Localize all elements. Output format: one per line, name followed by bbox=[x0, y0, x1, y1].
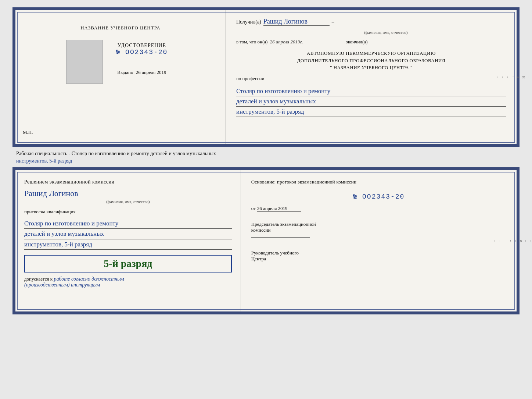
top-right-panel: Получил(а) Рашид Логинов – (фамилия, имя… bbox=[226, 10, 517, 144]
profession-line3-top: инструментов, 5-й разряд bbox=[236, 107, 506, 117]
dopuskaetsya-line: допускается к работе согласно должностны… bbox=[24, 276, 232, 288]
resheniem-text: Решением экзаменационной комиссии bbox=[24, 179, 232, 185]
predsedatel-signature bbox=[251, 237, 310, 238]
rukovoditel-block: Руководитель учебного Центра bbox=[251, 250, 506, 268]
bottom-name-block: Рашид Логинов (фамилия, имя, отчество) bbox=[24, 189, 232, 204]
middle-text1: Рабочая специальность - Столяр по изгото… bbox=[16, 151, 216, 156]
profession-line2-top: деталей и узлов музыкальных bbox=[236, 96, 506, 107]
ot-dash: – bbox=[306, 206, 308, 211]
udostoverenie-title: УДОСТОВЕРЕНИЕ bbox=[109, 43, 175, 49]
bottom-document: Решением экзаменационной комиссии Рашид … bbox=[12, 167, 520, 314]
prisvoena-text: присвоена квалификация bbox=[24, 209, 232, 215]
dopuskaetsya-prefix: допускается к bbox=[24, 276, 53, 282]
dopuskaetsya-italic2: (производственным) инструкциям bbox=[24, 282, 100, 288]
side-stripe-top: – И а ← – – – bbox=[510, 10, 517, 144]
middle-text2: инструментов, 5-й разряд bbox=[16, 158, 72, 164]
recipient-name: Рашид Логинов bbox=[263, 18, 308, 25]
udostoverenie-block: УДОСТОВЕРЕНИЕ № OO2343-20 Выдано 26 апре… bbox=[109, 43, 175, 75]
avtonom-line2: ДОПОЛНИТЕЛЬНОГО ПРОФЕССИОНАЛЬНОГО ОБРАЗО… bbox=[236, 57, 506, 64]
avtonom-block: АВТОНОМНУЮ НЕКОММЕРЧЕСКУЮ ОРГАНИЗАЦИЮ ДО… bbox=[236, 50, 506, 71]
bottom-left-panel: Решением экзаменационной комиссии Рашид … bbox=[15, 170, 241, 311]
dopuskaetsya-italic1: работе согласно должностным bbox=[54, 276, 124, 282]
predsedatel-line1: Председатель экзаменационной bbox=[251, 221, 506, 227]
bottom-name: Рашид Логинов bbox=[24, 189, 78, 198]
osnovanie-text: Основание: протокол экзаменационной коми… bbox=[251, 179, 506, 185]
vydano-date: 26 апреля 2019 bbox=[136, 70, 166, 75]
center-name-top: НАЗВАНИЕ УЧЕБНОГО ЦЕНТРА bbox=[80, 25, 160, 31]
ot-prefix: от bbox=[251, 206, 256, 211]
profession-block-bottom: Столяр по изготовлению и ремонту деталей… bbox=[24, 218, 232, 250]
middle-label: Рабочая специальность - Столяр по изгото… bbox=[12, 147, 520, 167]
predsedatel-line2: комиссии bbox=[251, 227, 506, 233]
protocol-num: № OO2343-20 bbox=[251, 193, 506, 200]
vtom-prefix: в том, что он(а) bbox=[236, 39, 268, 45]
bottom-name-subtitle: (фамилия, имя, отчество) bbox=[24, 199, 232, 204]
ot-date: 26 апреля 2019 bbox=[257, 206, 288, 211]
po-professii-label: по профессии bbox=[236, 76, 506, 82]
okончил-label: окончил(а) bbox=[345, 39, 367, 45]
ot-line: от 26 апреля 2019 – bbox=[251, 206, 506, 212]
rank-box: 5-й разряд bbox=[24, 255, 232, 272]
profession-line1-bottom: Столяр по изготовлению и ремонту bbox=[24, 218, 232, 229]
side-stripe-bottom: – – И а ← – – – bbox=[510, 170, 517, 311]
rank-large: 5-й разряд bbox=[29, 258, 227, 270]
predsedatel-block: Председатель экзаменационной комиссии bbox=[251, 221, 506, 239]
vtom-date: 26 апреля 2019г. bbox=[270, 39, 303, 44]
udostoverenie-num: № OO2343-20 bbox=[109, 49, 175, 56]
rukovoditel-signature bbox=[251, 266, 310, 266]
poluchil-prefix: Получил(а) bbox=[236, 19, 261, 25]
poluchil-line: Получил(а) Рашид Логинов – bbox=[236, 18, 506, 26]
bottom-right-panel: Основание: протокол экзаменационной коми… bbox=[241, 170, 517, 311]
profession-line2-bottom: деталей и узлов музыкальных bbox=[24, 229, 232, 239]
vydano-label: Выдано bbox=[117, 70, 133, 75]
dash1: – bbox=[332, 19, 334, 25]
vtom-line: в том, что он(а) 26 апреля 2019г. окончи… bbox=[236, 39, 506, 45]
avtonom-line1: АВТОНОМНУЮ НЕКОММЕРЧЕСКУЮ ОРГАНИЗАЦИЮ bbox=[236, 50, 506, 57]
rukovoditel-line1: Руководитель учебного bbox=[251, 250, 506, 256]
rukovoditel-line2: Центра bbox=[251, 256, 506, 262]
top-left-panel: НАЗВАНИЕ УЧЕБНОГО ЦЕНТРА УДОСТОВЕРЕНИЕ №… bbox=[15, 10, 226, 144]
profession-line3-bottom: инструментов, 5-й разряд bbox=[24, 239, 232, 250]
mp-label: М.П. bbox=[23, 129, 33, 135]
profession-block-top: Столяр по изготовлению и ремонту деталей… bbox=[236, 86, 506, 117]
avtonom-line3: " НАЗВАНИЕ УЧЕБНОГО ЦЕНТРА " bbox=[236, 64, 506, 71]
top-document: НАЗВАНИЕ УЧЕБНОГО ЦЕНТРА УДОСТОВЕРЕНИЕ №… bbox=[12, 7, 520, 147]
document-wrapper: НАЗВАНИЕ УЧЕБНОГО ЦЕНТРА УДОСТОВЕРЕНИЕ №… bbox=[12, 7, 520, 314]
profession-line1-top: Столяр по изготовлению и ремонту bbox=[236, 86, 506, 96]
name-subtitle-top: (фамилия, имя, отчество) bbox=[266, 30, 506, 35]
photo-placeholder bbox=[66, 40, 103, 84]
vydano-line: Выдано 26 апреля 2019 bbox=[109, 70, 175, 75]
